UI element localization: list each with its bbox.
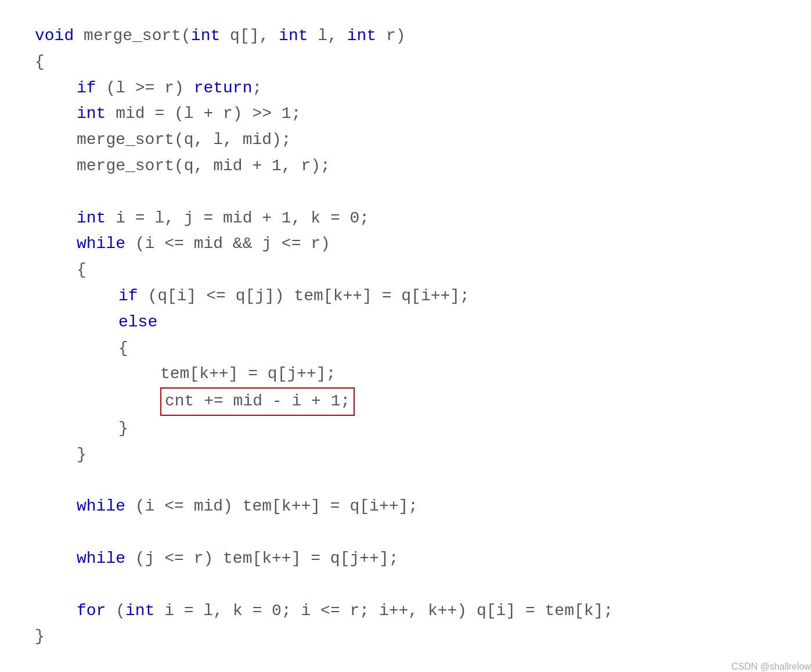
line-2: { [35, 49, 811, 76]
line-12: else [35, 310, 811, 336]
line-10: { [35, 257, 811, 283]
line-14: tem[k++] = q[j++]; [35, 361, 811, 387]
line-blank-2 [35, 468, 811, 494]
highlight-cnt-line: cnt += mid - i + 1; [160, 387, 355, 416]
line-23: for (int i = l, k = 0; i <= r; i++, k++)… [35, 598, 811, 624]
line-blank-4 [35, 572, 811, 598]
line-11: if (q[i] <= q[j]) tem[k++] = q[i++]; [35, 283, 811, 310]
line-24: } [35, 624, 811, 650]
line-16: } [35, 416, 811, 442]
line-1: void merge_sort(int q[], int l, int r) [35, 23, 811, 49]
line-21: while (j <= r) tem[k++] = q[j++]; [35, 546, 811, 572]
line-3: if (l >= r) return; [35, 76, 811, 102]
line-17: } [35, 442, 811, 468]
line-blank-3 [35, 520, 811, 546]
line-9: while (i <= mid && j <= r) [35, 231, 811, 257]
line-13: { [35, 336, 811, 362]
watermark: CSDN @shallrelow [731, 659, 811, 672]
code-container: void merge_sort(int q[], int l, int r) {… [17, 12, 811, 672]
line-5: merge_sort(q, l, mid); [35, 127, 811, 153]
line-blank-1 [35, 179, 811, 206]
line-4: int mid = (l + r) >> 1; [35, 101, 811, 127]
line-6: merge_sort(q, mid + 1, r); [35, 153, 811, 179]
line-8: int i = l, j = mid + 1, k = 0; [35, 206, 811, 232]
line-19: while (i <= mid) tem[k++] = q[i++]; [35, 494, 811, 520]
line-15: cnt += mid - i + 1; [35, 387, 811, 416]
